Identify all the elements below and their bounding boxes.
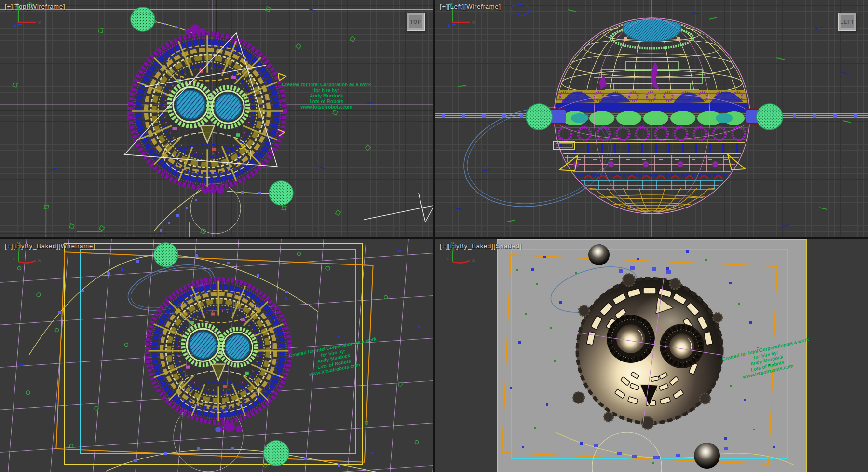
svg-text:z: z <box>448 22 450 28</box>
scene-top-wireframe <box>0 0 433 237</box>
viewport-top-wireframe[interactable]: [+][Top][Wireframe] TOP Created for Inte… <box>0 0 433 237</box>
viewport-left-wireframe[interactable]: [+][Left][Wireframe] LEFT y x z <box>435 0 868 237</box>
viewport-flyby-wireframe[interactable]: [+][FlyBy_Baked][Wireframe] Created for … <box>0 239 433 472</box>
svg-text:z: z <box>13 255 15 261</box>
ball-eye-right <box>660 324 704 368</box>
mini-sphere-bottom <box>694 443 720 469</box>
svg-text:z: z <box>447 255 449 261</box>
scene-flyby-wireframe <box>0 239 433 472</box>
viewport-label-left[interactable]: [+][Left][Wireframe] <box>440 3 501 10</box>
mini-sphere-top <box>588 244 610 265</box>
svg-text:x: x <box>472 257 475 263</box>
svg-text:x: x <box>38 19 41 25</box>
viewport-label-flyby-wire[interactable]: [+][FlyBy_Baked][Wireframe] <box>5 242 95 250</box>
sphere-left-view <box>556 14 748 213</box>
svg-text:x: x <box>472 19 475 25</box>
viewport-layout: [+][Top][Wireframe] TOP Created for Inte… <box>0 0 868 472</box>
viewcube-left[interactable]: LEFT <box>838 13 856 31</box>
scene-flyby-shaded <box>435 239 868 472</box>
ball-eye-left <box>607 315 655 363</box>
viewport-label-top[interactable]: [+][Top][Wireframe] <box>5 3 65 10</box>
svg-text:x: x <box>38 257 41 263</box>
svg-text:z: z <box>14 22 16 28</box>
viewport-label-flyby-shaded[interactable]: [+][FlyBy_Baked][Shaded] <box>440 242 522 250</box>
viewport-flyby-shaded[interactable]: [+][FlyBy_Baked][Shaded] Created for Int… <box>435 239 868 472</box>
viewcube-top[interactable]: TOP <box>407 13 425 31</box>
scene-left-wireframe <box>435 0 868 237</box>
